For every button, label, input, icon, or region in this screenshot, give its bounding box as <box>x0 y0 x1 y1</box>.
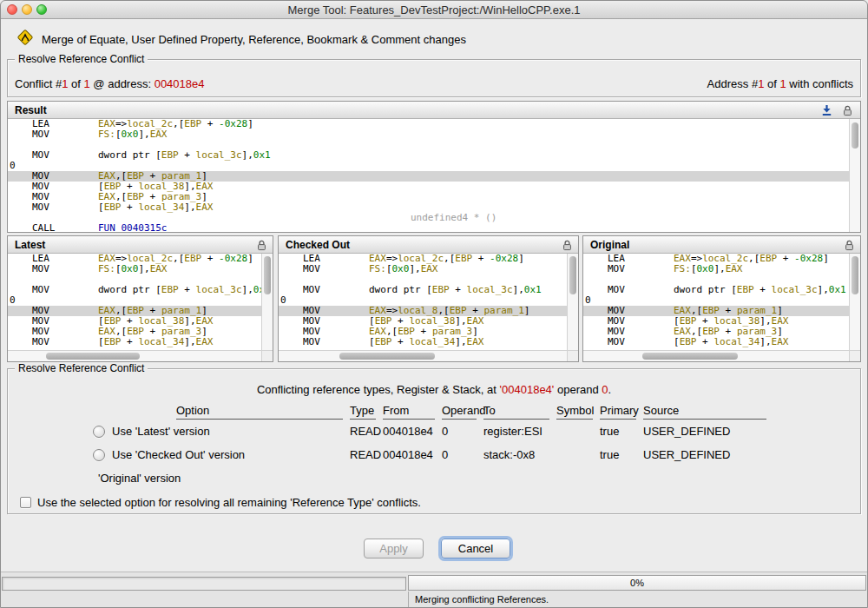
lock-icon[interactable] <box>845 239 854 254</box>
cell-to: stack:-0x8 <box>483 448 556 461</box>
checked-out-listing[interactable]: LEAEAX=>local_2c,[EBP + -0x28] MOVFS:[0x… <box>279 254 567 350</box>
scrollbar-thumb[interactable] <box>852 256 858 294</box>
cancel-button[interactable]: Cancel <box>441 539 510 558</box>
column-header-from: From <box>383 404 435 420</box>
asm-line: undefined4 * () <box>8 213 849 223</box>
cell-operand: 0 <box>442 448 483 461</box>
asm-line: MOV[EBP + local_38],EAX <box>8 316 261 327</box>
asm-line: MOV[EBP + local_38],EAX <box>8 182 849 192</box>
merge-warning-icon <box>16 28 35 50</box>
conflict-table-header: Option Type From Operand To Symbol Prima… <box>91 400 773 420</box>
asm-line: MOV[EBP + local_38],EAX <box>279 316 567 327</box>
status-bar: 0% Merging conflicting References. <box>0 572 868 608</box>
cell-from: 004018e4 <box>383 425 442 438</box>
option-label[interactable]: Use 'Checked Out' version <box>112 448 245 461</box>
cell-primary: true <box>600 448 643 461</box>
original-panel: Original LEAEAX=>local_2c,[EBP + -0x28] … <box>582 235 861 362</box>
asm-line <box>8 274 261 285</box>
latest-listing[interactable]: LEAEAX=>local_2c,[EBP + -0x28] MOVFS:[0x… <box>8 254 261 350</box>
scrollbar-thumb[interactable] <box>569 256 576 294</box>
cell-from: 004018e4 <box>383 448 442 461</box>
progress-bar: 0% <box>408 575 866 591</box>
checked-out-horizontal-scrollbar <box>279 350 567 361</box>
asm-line <box>583 274 849 285</box>
lock-icon[interactable] <box>562 239 572 254</box>
column-header-type: Type <box>350 404 376 420</box>
merge-banner: Merge of Equate, User Defined Property, … <box>16 29 466 50</box>
asm-line: MOV[EBP + local_38],EAX <box>583 316 849 327</box>
original-vertical-scrollbar <box>849 254 860 350</box>
window-title: Merge Tool: Features_DevTestProject:/Win… <box>0 3 868 17</box>
checked-out-panel-header: Checked Out <box>279 236 578 254</box>
option-label-original[interactable]: 'Original' version <box>98 472 181 485</box>
asm-line: LEAEAX=>local_2c,[EBP + -0x28] <box>8 254 261 264</box>
table-row: 'Original' version <box>91 466 773 490</box>
lock-icon[interactable] <box>843 104 852 120</box>
conflict-counter: Conflict #1 of 1 @ address: 004018e4 <box>15 77 205 90</box>
scrollbar-thumb[interactable] <box>642 353 738 360</box>
asm-line: MOVFS:[0x0],EAX <box>279 264 567 274</box>
latest-panel-title: Latest <box>15 239 45 251</box>
option-label[interactable]: Use 'Latest' version <box>112 425 210 438</box>
lock-icon[interactable] <box>257 239 266 254</box>
titlebar: Merge Tool: Features_DevTestProject:/Win… <box>0 0 868 19</box>
status-message: Merging conflicting References. <box>408 591 866 608</box>
column-header-primary: Primary <box>600 404 636 420</box>
result-listing[interactable]: LEAEAX=>local_2c,[EBP + -0x28] MOVFS:[0x… <box>8 119 849 232</box>
asm-line: MOV[EBP + local_34],EAX <box>8 337 261 347</box>
use-for-all-label[interactable]: Use the selected option for resolving al… <box>37 496 421 509</box>
checked-out-vertical-scrollbar <box>567 254 578 350</box>
use-for-all-checkbox[interactable] <box>20 497 31 508</box>
radio-use-checked-out[interactable] <box>93 449 105 461</box>
cell-source: USER_DEFINED <box>643 448 773 461</box>
cell-source: USER_DEFINED <box>643 425 773 438</box>
asm-line: 0 <box>8 161 849 171</box>
asm-line: LEAEAX=>local_2c,[EBP + -0x28] <box>279 254 567 264</box>
status-field <box>2 577 406 591</box>
conflict-instruction: Conflicting reference types, Register & … <box>8 383 860 396</box>
asm-line: MOVEAX=>local_8,[EBP + param_1] <box>279 306 567 316</box>
cell-operand: 0 <box>442 425 483 438</box>
latest-panel: Latest LEAEAX=>local_2c,[EBP + -0x28] MO… <box>7 235 273 362</box>
checked-out-panel: Checked Out LEAEAX=>local_2c,[EBP + -0x2… <box>278 235 579 362</box>
asm-line: LEAEAX=>local_2c,[EBP + -0x28] <box>583 254 849 264</box>
banner-message: Merge of Equate, User Defined Property, … <box>42 33 466 46</box>
table-row: Use 'Latest' version READ 004018e4 0 reg… <box>91 420 773 443</box>
asm-line: MOV[EBP + local_34],EAX <box>583 337 849 347</box>
asm-line: MOV[EBP + local_34],EAX <box>279 337 567 347</box>
scrollbar-thumb[interactable] <box>46 353 140 360</box>
column-header-option: Option <box>176 404 343 420</box>
asm-line: CALLFUN_0040315c <box>8 223 849 232</box>
asm-line: MOVdword ptr [EBP + local_3c],0x1 <box>8 285 261 295</box>
original-panel-header: Original <box>583 236 860 254</box>
conflict-table: Option Type From Operand To Symbol Prima… <box>91 400 773 490</box>
resolve-conflict-group: Resolve Reference Conflict Conflicting r… <box>7 368 861 514</box>
cell-to: register:ESI <box>483 425 556 438</box>
original-listing[interactable]: LEAEAX=>local_2c,[EBP + -0x28] MOVFS:[0x… <box>583 254 849 350</box>
column-header-operand: Operand <box>442 404 477 420</box>
asm-line: MOVEAX,[EBP + param_1] <box>583 306 849 316</box>
apply-button[interactable]: Apply <box>364 539 424 558</box>
download-arrow-icon[interactable] <box>821 104 832 120</box>
asm-line: MOVEAX,[EBP + param_3] <box>583 327 849 337</box>
result-panel: Result LEAEAX=>local_2c,[EBP + -0x28] MO… <box>7 101 861 233</box>
original-horizontal-scrollbar <box>583 350 849 361</box>
asm-line: MOVEAX,[EBP + param_1] <box>8 306 261 316</box>
radio-use-latest[interactable] <box>93 426 105 438</box>
latest-panel-header: Latest <box>8 236 273 254</box>
conflict-info-group: Resolve Reference Conflict Conflict #1 o… <box>7 59 861 97</box>
scrollbar-thumb[interactable] <box>339 353 435 360</box>
scrollbar-corner <box>849 350 860 361</box>
original-panel-title: Original <box>590 239 629 251</box>
column-header-source: Source <box>643 404 766 420</box>
use-for-all-row: Use the selected option for resolving al… <box>20 496 421 509</box>
asm-line: 0 <box>8 295 261 306</box>
checked-out-panel-title: Checked Out <box>286 239 350 251</box>
asm-line: MOV[EBP + local_34],EAX <box>8 202 849 213</box>
cell-primary: true <box>600 425 643 438</box>
asm-line: MOVEAX,[EBP + param_3] <box>8 192 849 202</box>
scrollbar-thumb[interactable] <box>264 256 271 294</box>
asm-line <box>279 274 567 285</box>
scrollbar-thumb[interactable] <box>852 122 858 149</box>
asm-line: MOVdword ptr [EBP + local_3c],0x1 <box>8 150 849 161</box>
